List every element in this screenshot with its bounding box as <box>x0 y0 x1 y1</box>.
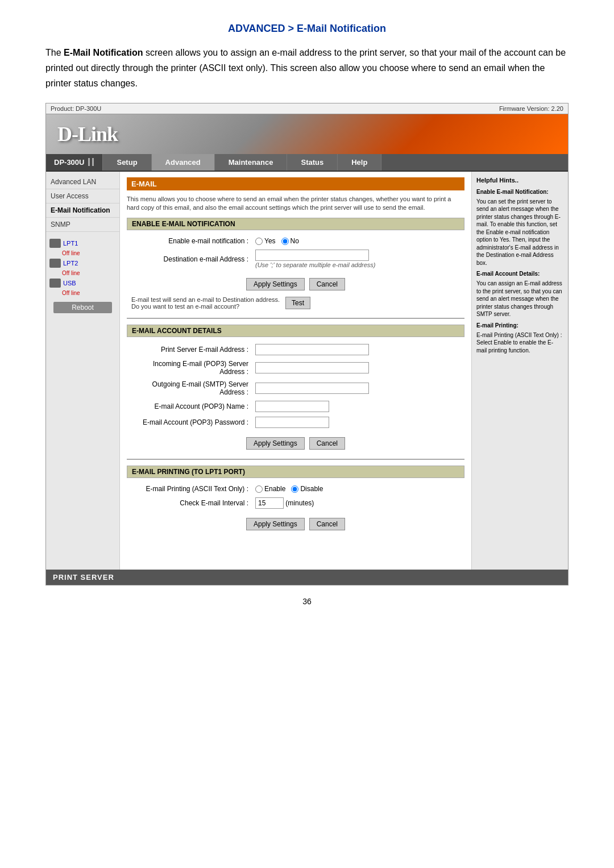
account-apply-button[interactable]: Apply Settings <box>246 437 305 450</box>
page-title: ADVANCED > E-Mail Notification <box>45 23 569 35</box>
product-label: Product: DP-300U <box>51 105 101 112</box>
lpt2-icon <box>49 259 61 268</box>
enable-notification-label: Enable e-mail notification : <box>127 235 252 247</box>
destination-email-label: Destination e-mail Address : <box>127 247 252 271</box>
hints-subtitle-3: E-mail Printing: <box>476 322 563 330</box>
enable-form: Enable e-mail notification : Yes No <box>127 235 464 271</box>
printing-enable-label[interactable]: Enable <box>255 485 285 493</box>
tab-status[interactable]: Status <box>287 154 338 171</box>
nav-product-label: DP-300U <box>54 158 84 167</box>
hints-text-1: You can set the print server to send an … <box>476 198 563 267</box>
sidebar-device-lpt1[interactable]: LPT1 <box>46 236 119 250</box>
printing-form: E-mail Printing (ASCII Text Only) : Enab… <box>127 483 464 511</box>
destination-email-hint: (Use ';' to separate multiple e-mail add… <box>255 261 375 268</box>
printing-enable-radio[interactable] <box>255 485 263 493</box>
device-footer: PRINT SERVER <box>46 570 568 585</box>
printing-button-row: Apply Settings Cancel <box>127 514 464 534</box>
lpt2-status: Off line <box>46 270 119 276</box>
logo-bar: D-Link <box>46 114 568 154</box>
nav-icon <box>88 158 94 166</box>
divider-2 <box>127 459 464 460</box>
outgoing-email-input[interactable] <box>255 383 369 394</box>
printing-section-header: E-MAIL PRINTING (TO LPT1 PORT) <box>127 466 464 478</box>
incoming-email-label: Incoming E-mail (POP3) Server Address : <box>127 358 252 378</box>
page-number: 36 <box>45 597 569 606</box>
destination-email-input[interactable] <box>255 250 369 261</box>
navigation-bar: DP-300U Setup Advanced Maintenance Statu… <box>46 154 568 172</box>
account-form: Print Server E-mail Address : Incoming E… <box>127 342 464 430</box>
sidebar: Advanced LAN User Access E-Mail Notifica… <box>46 172 120 570</box>
lpt1-icon <box>49 239 61 248</box>
check-interval-input[interactable] <box>255 497 284 509</box>
main-content: E-MAIL This menu allows you to choose wh… <box>120 172 471 570</box>
hints-subtitle-2: E-mail Account Details: <box>476 270 563 278</box>
content-area: Advanced LAN User Access E-Mail Notifica… <box>46 172 568 570</box>
destination-email-row: Destination e-mail Address : (Use ';' to… <box>127 247 464 271</box>
account-button-row: Apply Settings Cancel <box>127 434 464 453</box>
outgoing-email-row: Outgoing E-mail (SMTP) Server Address : <box>127 378 464 398</box>
firmware-label: Firmware Version: 2.20 <box>499 105 563 112</box>
hints-title: Helpful Hints.. <box>476 176 563 185</box>
check-interval-row: Check E-mail Interval : (minutes) <box>127 495 464 511</box>
radio-no-label[interactable]: No <box>281 237 299 245</box>
sidebar-item-email-notification[interactable]: E-Mail Notification <box>46 203 119 218</box>
pop3-name-label: E-mail Account (POP3) Name : <box>127 398 252 414</box>
check-interval-label: Check E-mail Interval : <box>127 495 252 511</box>
account-cancel-button[interactable]: Cancel <box>309 437 345 450</box>
tab-help[interactable]: Help <box>338 154 381 171</box>
incoming-email-row: Incoming E-mail (POP3) Server Address : <box>127 358 464 378</box>
sidebar-item-user-access[interactable]: User Access <box>46 189 119 203</box>
sidebar-item-advanced-lan[interactable]: Advanced LAN <box>46 175 119 189</box>
pop3-password-label: E-mail Account (POP3) Password : <box>127 414 252 430</box>
pop3-name-row: E-mail Account (POP3) Name : <box>127 398 464 414</box>
destination-email-value: (Use ';' to separate multiple e-mail add… <box>252 247 464 271</box>
pop3-name-input[interactable] <box>255 401 329 412</box>
tab-setup[interactable]: Setup <box>103 154 151 171</box>
hints-text-3: E-mail Printing (ASCII Text Only) : Sele… <box>476 331 563 355</box>
enable-notification-value: Yes No <box>252 235 464 247</box>
printing-cancel-button[interactable]: Cancel <box>309 518 345 530</box>
usb-icon <box>49 279 61 288</box>
ascii-printing-value: Enable Disable <box>252 483 464 495</box>
printing-apply-button[interactable]: Apply Settings <box>246 518 305 530</box>
outgoing-email-label: Outgoing E-mail (SMTP) Server Address : <box>127 378 252 398</box>
enable-button-row: Apply Settings Cancel <box>127 275 464 294</box>
lpt1-status: Off line <box>46 250 119 256</box>
device-header: Product: DP-300U Firmware Version: 2.20 <box>46 103 568 114</box>
print-server-email-row: Print Server E-mail Address : <box>127 342 464 358</box>
hints-text-2: You can assign an E-mail address to the … <box>476 280 563 318</box>
divider-1 <box>127 318 464 319</box>
pop3-password-row: E-mail Account (POP3) Password : <box>127 414 464 430</box>
tab-advanced[interactable]: Advanced <box>152 154 215 171</box>
email-intro-text: This menu allows you to choose where to … <box>127 195 464 213</box>
printing-disable-label[interactable]: Disable <box>291 485 323 493</box>
usb-status: Off line <box>46 290 119 296</box>
incoming-email-input[interactable] <box>255 362 369 373</box>
radio-yes[interactable] <box>255 238 263 245</box>
nav-product: DP-300U <box>46 154 103 171</box>
hints-subtitle-1: Enable E-mail Notification: <box>476 188 563 196</box>
enable-notification-row: Enable e-mail notification : Yes No <box>127 235 464 247</box>
device-ui: Product: DP-300U Firmware Version: 2.20 … <box>45 103 569 585</box>
radio-no[interactable] <box>281 238 289 245</box>
test-button[interactable]: Test <box>285 297 310 309</box>
enable-section-header: ENABLE E-MAIL NOTIFICATION <box>127 218 464 230</box>
sidebar-device-usb[interactable]: USB <box>46 276 119 290</box>
print-server-email-input[interactable] <box>255 344 369 355</box>
sidebar-item-snmp[interactable]: SNMP <box>46 218 119 232</box>
radio-yes-label[interactable]: Yes <box>255 237 276 245</box>
test-row: E-mail test will send an e-mail to Desti… <box>127 294 464 312</box>
enable-apply-button[interactable]: Apply Settings <box>246 278 305 290</box>
ascii-printing-row: E-mail Printing (ASCII Text Only) : Enab… <box>127 483 464 495</box>
ascii-printing-label: E-mail Printing (ASCII Text Only) : <box>127 483 252 495</box>
email-section-header: E-MAIL <box>127 177 464 190</box>
sidebar-device-lpt2[interactable]: LPT2 <box>46 256 119 270</box>
enable-cancel-button[interactable]: Cancel <box>309 278 345 290</box>
tab-maintenance[interactable]: Maintenance <box>215 154 288 171</box>
pop3-password-input[interactable] <box>255 417 329 428</box>
hints-panel: Helpful Hints.. Enable E-mail Notificati… <box>471 172 568 570</box>
reboot-button[interactable]: Reboot <box>53 302 112 313</box>
print-server-email-label: Print Server E-mail Address : <box>127 342 252 358</box>
printing-disable-radio[interactable] <box>291 485 298 493</box>
test-description: E-mail test will send an e-mail to Desti… <box>131 296 280 310</box>
